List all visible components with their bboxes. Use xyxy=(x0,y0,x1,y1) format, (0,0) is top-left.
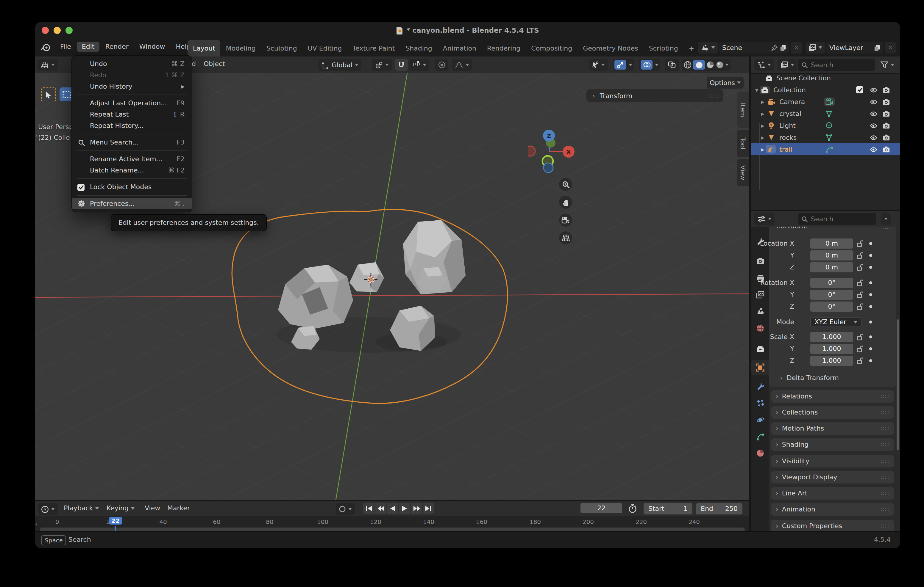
render-camera-icon[interactable] xyxy=(882,86,890,94)
solid-shading-toggle[interactable] xyxy=(693,60,705,69)
next-keyframe-button[interactable] xyxy=(411,503,422,514)
playhead-badge[interactable]: 22 xyxy=(109,517,122,525)
rotation-y-field[interactable]: 0° xyxy=(810,289,853,300)
new-copy-icon[interactable] xyxy=(780,44,787,51)
proportional-falloff-dropdown[interactable] xyxy=(452,59,472,71)
outliner-editor-type-button[interactable] xyxy=(754,59,774,71)
hide-eye-icon[interactable] xyxy=(869,110,878,117)
menu-edit[interactable]: Edit xyxy=(77,42,99,52)
sidebar-tab-tool[interactable]: Tool xyxy=(737,130,749,157)
show-overlays-toggle[interactable] xyxy=(640,60,652,69)
unlink-scene-button[interactable]: ✕ xyxy=(790,42,802,54)
snap-toggle[interactable] xyxy=(395,59,408,71)
lock-icon[interactable] xyxy=(857,279,863,287)
gizmos-dropdown[interactable] xyxy=(613,59,634,71)
toggle-orthographic-button[interactable] xyxy=(559,231,572,245)
panel-motion-paths[interactable]: ›Motion Paths∷∷ xyxy=(771,422,894,435)
view-layer-name-field[interactable]: ViewLayer xyxy=(827,42,883,54)
xray-toggle[interactable] xyxy=(665,59,679,71)
sidebar-tab-item[interactable]: Item xyxy=(737,92,749,128)
chevron-collapsed-icon[interactable]: ▸ xyxy=(760,110,766,117)
outliner-filter-button[interactable] xyxy=(878,59,897,71)
play-reverse-button[interactable] xyxy=(387,503,398,514)
selectability-visibility-dropdown[interactable] xyxy=(589,59,608,71)
pan-button[interactable] xyxy=(559,196,572,209)
hide-eye-icon[interactable] xyxy=(869,133,878,141)
pivot-point-dropdown[interactable] xyxy=(372,59,392,71)
lock-icon[interactable] xyxy=(857,240,863,247)
proportional-editing-toggle[interactable] xyxy=(435,59,448,71)
panel-relations[interactable]: ›Relations∷∷ xyxy=(771,390,894,403)
auto-keying-toggle[interactable] xyxy=(336,503,355,515)
animate-dot[interactable] xyxy=(869,266,872,269)
animate-dot[interactable] xyxy=(869,359,872,362)
properties-filter-dropdown[interactable] xyxy=(881,213,891,225)
hide-eye-icon[interactable] xyxy=(869,145,878,153)
sidebar-tab-view[interactable]: View xyxy=(737,159,749,186)
timeline-menu-playback[interactable]: Playback xyxy=(64,504,99,512)
collection-checkbox[interactable] xyxy=(856,86,863,94)
panel-viewport-display[interactable]: ›Viewport Display∷∷ xyxy=(771,471,894,483)
panel-custom-properties[interactable]: ›Custom Properties∷∷ xyxy=(771,520,894,532)
region-expand-arrow[interactable]: › xyxy=(35,521,37,527)
render-camera-icon[interactable] xyxy=(882,122,890,129)
render-camera-icon[interactable] xyxy=(882,146,890,153)
chevron-expanded-icon[interactable]: ▾ xyxy=(754,86,760,94)
timeline-menu-view[interactable]: View xyxy=(145,504,160,512)
overlays-dropdown[interactable] xyxy=(639,59,660,71)
pin-icon[interactable] xyxy=(771,44,777,51)
hide-eye-icon[interactable] xyxy=(869,86,878,94)
scale-x-field[interactable]: 1.000 xyxy=(810,332,853,342)
scene-browse-button[interactable] xyxy=(698,42,718,54)
scale-y-field[interactable]: 1.000 xyxy=(810,344,853,354)
previous-keyframe-button[interactable] xyxy=(375,503,386,514)
object-menu[interactable]: Object xyxy=(204,60,225,68)
region-expand-arrow[interactable]: › xyxy=(35,133,37,138)
scene-name-field[interactable]: Scene xyxy=(719,42,789,54)
render-camera-icon[interactable] xyxy=(882,98,890,105)
chevron-collapsed-icon[interactable]: ▸ xyxy=(760,98,766,105)
outliner-row-trail-selected[interactable]: ▸ trail xyxy=(751,143,900,155)
rendered-shading-icon[interactable] xyxy=(716,61,724,69)
animate-dot[interactable] xyxy=(869,281,872,284)
tab-texture-paint[interactable]: Texture Paint xyxy=(347,40,400,56)
minimize-window-button[interactable] xyxy=(54,27,61,34)
close-window-button[interactable] xyxy=(42,27,49,34)
lock-icon[interactable] xyxy=(857,357,863,365)
tab-scripting[interactable]: Scripting xyxy=(644,40,683,56)
animate-dot[interactable] xyxy=(869,321,872,324)
outliner-row-camera[interactable]: ▸ Camera xyxy=(751,96,900,108)
menu-item-repeat-last[interactable]: Repeat Last⇧ R xyxy=(72,109,192,120)
outliner-row-scene-collection[interactable]: Scene Collection xyxy=(751,72,900,84)
tab-modeling[interactable]: Modeling xyxy=(221,40,261,56)
jump-to-end-button[interactable] xyxy=(423,503,434,514)
tab-compositing[interactable]: Compositing xyxy=(526,40,578,56)
panel-animation[interactable]: ›Animation∷∷ xyxy=(771,503,894,516)
delta-transform-panel-header[interactable]: ›Delta Transform xyxy=(780,374,839,382)
tab-particles-icon[interactable] xyxy=(756,399,764,408)
timeline-menu-marker[interactable]: Marker xyxy=(167,504,190,512)
zoom-button[interactable] xyxy=(559,178,572,191)
menu-item-batch-rename[interactable]: Batch Rename...⌘ F2 xyxy=(72,165,192,176)
hide-eye-icon[interactable] xyxy=(869,122,878,129)
animate-dot[interactable] xyxy=(869,335,872,339)
outliner-row-rocks[interactable]: ▸ rocks xyxy=(751,132,900,143)
start-frame-field[interactable]: Start1 xyxy=(644,503,692,515)
region-divider[interactable] xyxy=(749,56,751,531)
panel-grip-icon[interactable]: ∷∷ xyxy=(710,92,719,99)
stopwatch-icon[interactable] xyxy=(628,504,637,513)
new-copy-icon[interactable] xyxy=(874,44,881,51)
hide-eye-icon[interactable] xyxy=(869,98,878,105)
properties-editor-type-button[interactable] xyxy=(754,213,775,225)
rotation-z-field[interactable]: 0° xyxy=(810,301,853,312)
menu-item-preferences[interactable]: Preferences...⌘ , xyxy=(72,198,192,209)
menu-item-rename-active-item[interactable]: Rename Active Item...F2 xyxy=(72,153,192,165)
lock-icon[interactable] xyxy=(857,263,863,271)
panel-collections[interactable]: ›Collections∷∷ xyxy=(771,406,894,419)
rotation-x-field[interactable]: 0° xyxy=(810,278,853,288)
panel-shading[interactable]: ›Shading∷∷ xyxy=(771,438,894,451)
timeline-editor-type-button[interactable] xyxy=(38,503,58,515)
end-frame-field[interactable]: End250 xyxy=(696,503,742,515)
menu-file[interactable]: File xyxy=(55,42,76,52)
options-button[interactable]: Options xyxy=(707,77,744,89)
